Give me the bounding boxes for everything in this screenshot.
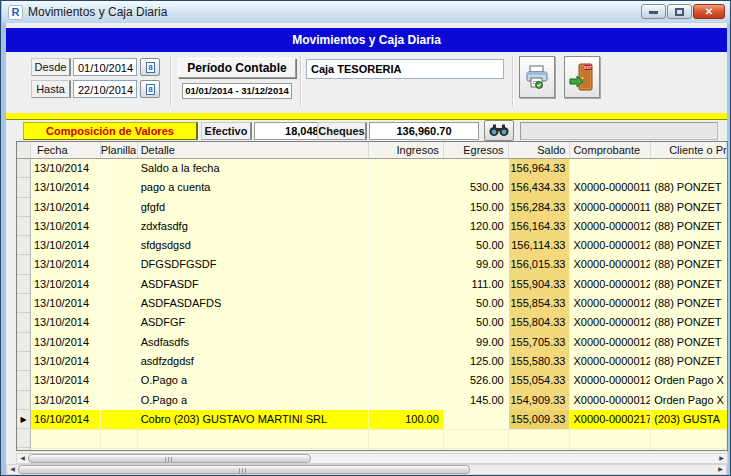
hasta-input[interactable]: 22/10/2014 — [73, 80, 137, 98]
table-row[interactable]: 13/10/2014 Asdfasdfs 99.00 155,705.33 X0… — [17, 333, 727, 352]
cell-planilla[interactable] — [101, 255, 138, 274]
cell-ingresos[interactable] — [369, 448, 444, 451]
maximize-button[interactable] — [667, 4, 692, 19]
cell-cliente[interactable]: Orden Pago X — [651, 371, 727, 390]
cell-ingresos[interactable] — [369, 159, 444, 178]
cell-fecha[interactable] — [31, 429, 101, 448]
cell-planilla[interactable] — [101, 178, 138, 197]
table-row[interactable]: 13/10/2014 O.Pago a 526.00 155,054.33 X0… — [17, 371, 727, 390]
cell-cliente[interactable]: (88) PONZET — [651, 217, 727, 236]
cell-egresos[interactable]: 530.00 — [444, 178, 509, 197]
cell-ingresos[interactable] — [369, 429, 444, 448]
cell-comprobante[interactable]: X0000-00000126 — [570, 333, 651, 352]
cell-ingresos[interactable] — [369, 371, 444, 390]
column-header-saldo[interactable]: Saldo — [509, 142, 571, 158]
scroll-left-icon[interactable]: ◀ — [17, 454, 28, 463]
cell-detalle[interactable]: DFGSDFGSDF — [138, 255, 369, 274]
cell-comprobante[interactable]: X0000-00000127 — [570, 352, 651, 371]
cell-saldo[interactable]: 155,854.33 — [509, 294, 571, 313]
cell-comprobante[interactable] — [570, 448, 651, 451]
cell-fecha[interactable]: 13/10/2014 — [31, 294, 101, 313]
form-scrollbar-thumb[interactable] — [18, 465, 470, 474]
cell-cliente[interactable] — [651, 448, 727, 451]
cell-ingresos[interactable] — [369, 198, 444, 217]
cell-egresos[interactable]: 125.00 — [444, 352, 509, 371]
composicion-de-valores-button[interactable]: Composición de Valores — [23, 122, 198, 140]
titlebar[interactable]: R Movimientos y Caja Diaria — [2, 1, 731, 23]
cell-fecha[interactable] — [31, 448, 101, 451]
cell-egresos[interactable]: 145.00 — [444, 391, 509, 410]
cell-saldo[interactable]: 155,904.33 — [509, 275, 571, 294]
cell-planilla[interactable] — [101, 448, 138, 451]
cell-egresos[interactable]: 526.00 — [444, 371, 509, 390]
cell-saldo[interactable] — [509, 429, 571, 448]
cell-saldo[interactable]: 156,434.33 — [509, 178, 571, 197]
cell-cliente[interactable]: (88) PONZET — [651, 294, 727, 313]
cell-detalle[interactable]: gfgfd — [138, 198, 369, 217]
scroll-right-icon[interactable]: ▶ — [715, 465, 726, 474]
exit-button[interactable]: EXIT — [564, 56, 600, 98]
search-button[interactable] — [484, 120, 514, 141]
cell-saldo[interactable]: 155,705.33 — [509, 333, 571, 352]
cell-planilla[interactable] — [101, 198, 138, 217]
cell-fecha[interactable]: 13/10/2014 — [31, 333, 101, 352]
cell-comprobante[interactable]: X0000-00000118 — [570, 178, 651, 197]
cell-cliente[interactable]: (88) PONZET — [651, 333, 727, 352]
column-header-egresos[interactable]: Egresos — [444, 142, 509, 158]
cell-saldo[interactable]: 156,114.33 — [509, 236, 571, 255]
cell-saldo[interactable]: 156,164.33 — [509, 217, 571, 236]
cell-detalle[interactable]: Cobro (203) GUSTAVO MARTINI SRL — [138, 410, 369, 429]
cell-ingresos[interactable] — [369, 313, 444, 332]
cheques-value[interactable]: 136,960.70 — [369, 122, 479, 140]
print-button[interactable] — [519, 56, 555, 98]
cell-detalle[interactable]: zdxfasdfg — [138, 217, 369, 236]
cell-fecha[interactable]: 13/10/2014 — [31, 255, 101, 274]
table-row[interactable]: 13/10/2014 asdfzdgdsf 125.00 155,580.33 … — [17, 352, 727, 371]
desde-calendar-button[interactable]: 8 — [140, 58, 160, 76]
cell-cliente[interactable]: (88) PONZET — [651, 255, 727, 274]
cell-planilla[interactable] — [101, 159, 138, 178]
column-header-comprobante[interactable]: Comprobante — [570, 142, 651, 158]
table-row[interactable]: 13/10/2014 DFGSDFGSDF 99.00 156,015.33 X… — [17, 255, 727, 274]
cell-saldo[interactable] — [509, 448, 571, 451]
cell-egresos[interactable]: 99.00 — [444, 255, 509, 274]
cell-detalle[interactable]: O.Pago a — [138, 391, 369, 410]
cell-cliente[interactable]: (88) PONZET — [651, 178, 727, 197]
cell-ingresos[interactable]: 100.00 — [369, 410, 444, 429]
cell-detalle[interactable] — [138, 448, 369, 451]
cell-detalle[interactable]: sfdgsdgsd — [138, 236, 369, 255]
column-header-fecha[interactable]: Fecha — [31, 142, 101, 158]
cell-egresos[interactable] — [444, 429, 509, 448]
cell-ingresos[interactable] — [369, 391, 444, 410]
cell-planilla[interactable] — [101, 333, 138, 352]
cell-detalle[interactable] — [138, 429, 369, 448]
cell-cliente[interactable]: (88) PONZET — [651, 236, 727, 255]
cell-fecha[interactable]: 13/10/2014 — [31, 352, 101, 371]
table-row[interactable]: 13/10/2014 pago a cuenta 530.00 156,434.… — [17, 178, 727, 197]
cell-cliente[interactable] — [651, 429, 727, 448]
cell-egresos[interactable]: 50.00 — [444, 236, 509, 255]
cell-cliente[interactable]: (88) PONZET — [651, 275, 727, 294]
cell-saldo[interactable]: 155,009.33 — [509, 410, 571, 429]
cell-saldo[interactable]: 156,964.33 — [509, 159, 571, 178]
scroll-left-icon[interactable]: ◀ — [7, 465, 18, 474]
cell-saldo[interactable]: 155,580.33 — [509, 352, 571, 371]
table-row[interactable]: ▶ 16/10/2014 Cobro (203) GUSTAVO MARTINI… — [17, 410, 727, 429]
cell-fecha[interactable]: 16/10/2014 — [31, 410, 101, 429]
cell-cliente[interactable]: (88) PONZET — [651, 198, 727, 217]
cell-egresos[interactable] — [444, 410, 509, 429]
cell-saldo[interactable]: 156,015.33 — [509, 255, 571, 274]
cell-detalle[interactable]: pago a cuenta — [138, 178, 369, 197]
close-button[interactable]: ✕ — [693, 4, 725, 19]
cell-fecha[interactable]: 13/10/2014 — [31, 178, 101, 197]
cell-egresos[interactable] — [444, 159, 509, 178]
table-row[interactable] — [17, 448, 727, 451]
periodo-contable-button[interactable]: Período Contable — [178, 58, 296, 78]
cell-comprobante[interactable]: X0000-00000121 — [570, 236, 651, 255]
cell-cliente[interactable]: (88) PONZET — [651, 352, 727, 371]
grid-horizontal-scrollbar[interactable]: ◀ ▶ — [16, 453, 728, 464]
cell-comprobante[interactable]: X0000-00000129 — [570, 391, 651, 410]
cell-egresos[interactable]: 111.00 — [444, 275, 509, 294]
cell-planilla[interactable] — [101, 352, 138, 371]
cell-cliente[interactable] — [651, 159, 727, 178]
